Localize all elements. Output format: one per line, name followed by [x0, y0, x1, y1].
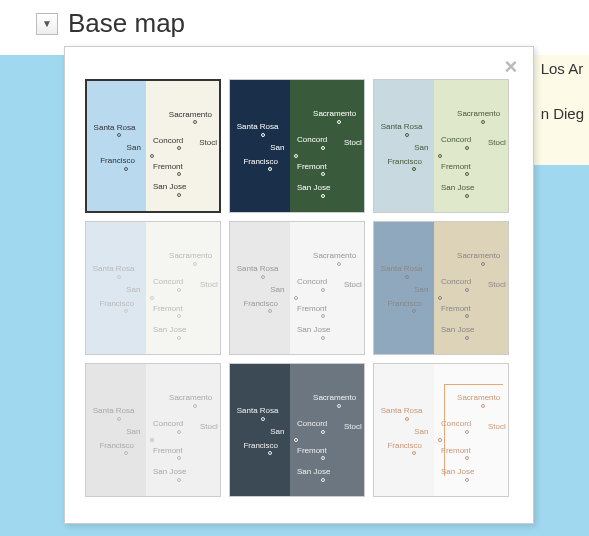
- city-label: San: [414, 285, 428, 294]
- city-label: Concord: [441, 135, 471, 144]
- city-label: Fremont: [153, 446, 183, 455]
- city-label: San Jose: [153, 182, 186, 191]
- city-label: Fremont: [297, 162, 327, 171]
- city-marker-icon: [124, 451, 128, 455]
- city-marker-icon: [177, 172, 181, 176]
- city-marker-icon: [337, 120, 341, 124]
- city-label: Stocl: [344, 280, 362, 289]
- city-label: Sacramento: [457, 251, 500, 260]
- city-label: Stocl: [199, 138, 217, 147]
- style-option-terrain[interactable]: SacramentoSanta RosaConcordStoclSanFranc…: [373, 79, 509, 213]
- city-marker-icon: [177, 478, 181, 482]
- city-marker-icon: [412, 309, 416, 313]
- city-marker-icon: [337, 404, 341, 408]
- city-label: Fremont: [441, 304, 471, 313]
- style-option-orange[interactable]: SacramentoSanta RosaConcordStoclSanFranc…: [373, 363, 509, 497]
- city-label: Concord: [153, 419, 183, 428]
- city-marker-icon: [337, 262, 341, 266]
- city-marker-icon: [465, 194, 469, 198]
- city-marker-icon: [321, 194, 325, 198]
- city-label: Sacramento: [457, 109, 500, 118]
- city-label: Concord: [441, 419, 471, 428]
- city-label: Santa Rosa: [381, 122, 423, 131]
- page-title: Base map: [68, 8, 185, 39]
- city-marker-icon: [481, 404, 485, 408]
- city-label: Francisco: [387, 157, 422, 166]
- city-marker-icon: [465, 336, 469, 340]
- city-label: San: [414, 427, 428, 436]
- city-label: San Jose: [297, 325, 330, 334]
- city-label: Francisco: [100, 156, 135, 165]
- city-marker-icon: [412, 451, 416, 455]
- city-marker-icon: [268, 309, 272, 313]
- close-icon[interactable]: ×: [499, 55, 523, 79]
- city-marker-icon: [268, 167, 272, 171]
- header: ▼ Base map: [36, 8, 185, 39]
- city-marker-icon: [261, 275, 265, 279]
- city-label: Sacramento: [313, 393, 356, 402]
- city-label: Santa Rosa: [237, 264, 279, 273]
- city-label: Stocl: [200, 422, 218, 431]
- dropdown-toggle[interactable]: ▼: [36, 13, 58, 35]
- city-label: Stocl: [344, 422, 362, 431]
- city-label: Santa Rosa: [237, 122, 279, 131]
- city-label: San Jose: [153, 467, 186, 476]
- city-marker-icon: [405, 133, 409, 137]
- city-marker-icon: [117, 275, 121, 279]
- city-label: Stocl: [344, 138, 362, 147]
- city-label: San: [414, 143, 428, 152]
- city-label: Santa Rosa: [237, 406, 279, 415]
- city-label: Concord: [153, 277, 183, 286]
- city-label: Stocl: [488, 422, 506, 431]
- city-label: San Jose: [441, 325, 474, 334]
- city-label: San Jose: [297, 467, 330, 476]
- style-option-tan[interactable]: SacramentoSanta RosaConcordStoclSanFranc…: [373, 221, 509, 355]
- city-marker-icon: [405, 417, 409, 421]
- city-marker-icon: [465, 478, 469, 482]
- city-marker-icon: [193, 262, 197, 266]
- city-label: Concord: [297, 135, 327, 144]
- style-option-dark[interactable]: SacramentoSanta RosaConcordStoclSanFranc…: [229, 363, 365, 497]
- city-label: San: [127, 143, 141, 152]
- city-marker-icon: [321, 336, 325, 340]
- city-label: San: [126, 285, 140, 294]
- city-marker-icon: [177, 336, 181, 340]
- city-label: Concord: [441, 277, 471, 286]
- city-label: Francisco: [387, 441, 422, 450]
- city-label: Santa Rosa: [93, 406, 135, 415]
- style-option-gray[interactable]: SacramentoSanta RosaConcordStoclSanFranc…: [229, 221, 365, 355]
- city-label: San: [270, 285, 284, 294]
- city-marker-icon: [405, 275, 409, 279]
- city-label: San Jose: [297, 183, 330, 192]
- style-option-muted[interactable]: SacramentoSanta RosaConcordStoclSanFranc…: [85, 363, 221, 497]
- city-label: Fremont: [441, 446, 471, 455]
- style-option-classic[interactable]: SacramentoSanta RosaConcordStoclSanFranc…: [85, 79, 221, 213]
- city-marker-icon: [268, 451, 272, 455]
- bg-city-la: Los Ar: [541, 60, 584, 77]
- city-label: Fremont: [297, 304, 327, 313]
- city-label: Santa Rosa: [94, 123, 136, 132]
- city-marker-icon: [193, 404, 197, 408]
- city-label: Fremont: [153, 304, 183, 313]
- city-label: San: [270, 143, 284, 152]
- city-label: Sacramento: [169, 110, 212, 119]
- basemap-picker-panel: × SacramentoSanta RosaConcordStoclSanFra…: [64, 46, 534, 524]
- city-label: Francisco: [99, 441, 134, 450]
- city-label: Sacramento: [169, 393, 212, 402]
- bg-city-sd: n Dieg: [541, 105, 584, 122]
- city-label: San: [126, 427, 140, 436]
- city-label: Santa Rosa: [381, 406, 423, 415]
- city-label: Stocl: [200, 280, 218, 289]
- city-label: Santa Rosa: [93, 264, 135, 273]
- city-label: Francisco: [99, 299, 134, 308]
- city-label: Stocl: [488, 138, 506, 147]
- style-option-satellite[interactable]: SacramentoSanta RosaConcordStoclSanFranc…: [229, 79, 365, 213]
- city-label: Santa Rosa: [381, 264, 423, 273]
- city-label: Concord: [297, 277, 327, 286]
- city-label: Sacramento: [457, 393, 500, 402]
- city-marker-icon: [193, 120, 197, 124]
- city-marker-icon: [261, 133, 265, 137]
- city-label: Sacramento: [313, 251, 356, 260]
- style-option-light[interactable]: SacramentoSanta RosaConcordStoclSanFranc…: [85, 221, 221, 355]
- city-label: Concord: [297, 419, 327, 428]
